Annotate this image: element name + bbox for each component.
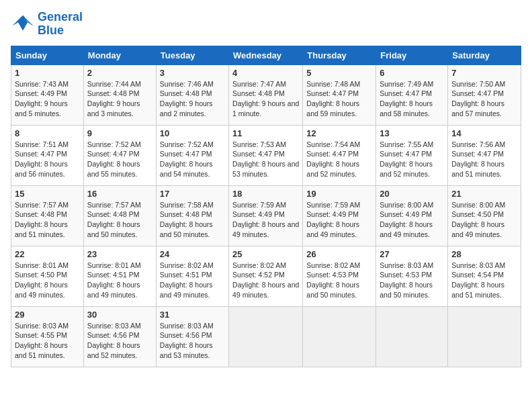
sunset-label: Sunset: 4:48 PM xyxy=(160,89,212,97)
day-number: 28 xyxy=(451,249,517,259)
day-number: 20 xyxy=(380,189,444,199)
column-header-friday: Friday xyxy=(376,46,448,64)
day-cell-22: 22 Sunrise: 8:01 AM Sunset: 4:50 PM Dayl… xyxy=(11,246,84,306)
day-info: Sunrise: 8:02 AM Sunset: 4:52 PM Dayligh… xyxy=(232,261,299,300)
daylight-label: Daylight: 8 hours and 54 minutes. xyxy=(160,160,213,178)
sunrise-label: Sunrise: 8:03 AM xyxy=(451,261,505,269)
sunset-label: Sunset: 4:50 PM xyxy=(451,210,504,218)
sunrise-label: Sunrise: 8:01 AM xyxy=(87,261,141,269)
sunrise-label: Sunrise: 7:46 AM xyxy=(160,80,214,88)
sunrise-label: Sunrise: 7:47 AM xyxy=(232,80,286,88)
day-cell-26: 26 Sunrise: 8:02 AM Sunset: 4:53 PM Dayl… xyxy=(303,246,376,306)
sunset-label: Sunset: 4:50 PM xyxy=(15,271,67,279)
sunrise-label: Sunrise: 8:00 AM xyxy=(380,201,433,209)
empty-cell xyxy=(229,306,303,367)
day-cell-16: 16 Sunrise: 7:57 AM Sunset: 4:48 PM Dayl… xyxy=(83,185,156,246)
sunrise-label: Sunrise: 7:55 AM xyxy=(380,140,433,148)
sunrise-label: Sunrise: 8:03 AM xyxy=(15,322,69,330)
daylight-label: Daylight: 8 hours and 51 minutes. xyxy=(15,220,68,238)
sunset-label: Sunset: 4:49 PM xyxy=(306,210,359,218)
sunrise-label: Sunrise: 8:02 AM xyxy=(160,261,214,269)
day-number: 4 xyxy=(232,68,299,78)
day-cell-21: 21 Sunrise: 8:00 AM Sunset: 4:50 PM Dayl… xyxy=(448,185,521,246)
column-header-thursday: Thursday xyxy=(303,46,376,64)
sunrise-label: Sunrise: 7:51 AM xyxy=(15,140,69,148)
sunrise-label: Sunrise: 7:49 AM xyxy=(380,80,433,88)
daylight-label: Daylight: 8 hours and 49 minutes. xyxy=(451,220,504,238)
sunrise-label: Sunrise: 8:00 AM xyxy=(451,201,505,209)
day-info: Sunrise: 7:58 AM Sunset: 4:48 PM Dayligh… xyxy=(160,200,225,240)
day-cell-10: 10 Sunrise: 7:52 AM Sunset: 4:47 PM Dayl… xyxy=(156,125,228,185)
sunset-label: Sunset: 4:54 PM xyxy=(451,271,504,279)
day-info: Sunrise: 7:54 AM Sunset: 4:47 PM Dayligh… xyxy=(306,140,372,179)
logo-text: General Blue xyxy=(38,11,83,38)
sunrise-label: Sunrise: 8:01 AM xyxy=(15,261,69,269)
column-header-wednesday: Wednesday xyxy=(229,46,303,64)
day-info: Sunrise: 7:57 AM Sunset: 4:48 PM Dayligh… xyxy=(15,200,80,240)
daylight-label: Daylight: 8 hours and 49 minutes. xyxy=(87,281,140,299)
day-cell-29: 29 Sunrise: 8:03 AM Sunset: 4:55 PM Dayl… xyxy=(11,306,84,367)
day-cell-1: 1 Sunrise: 7:43 AM Sunset: 4:49 PM Dayli… xyxy=(11,64,84,125)
day-info: Sunrise: 7:46 AM Sunset: 4:48 PM Dayligh… xyxy=(160,79,225,119)
daylight-label: Daylight: 8 hours and 55 minutes. xyxy=(87,160,140,178)
day-number: 29 xyxy=(15,310,80,320)
sunset-label: Sunset: 4:47 PM xyxy=(15,150,67,158)
daylight-label: Daylight: 8 hours and 51 minutes. xyxy=(15,341,68,359)
empty-cell xyxy=(376,306,448,367)
day-cell-15: 15 Sunrise: 7:57 AM Sunset: 4:48 PM Dayl… xyxy=(11,185,84,246)
day-info: Sunrise: 8:01 AM Sunset: 4:50 PM Dayligh… xyxy=(15,261,80,300)
week-row-1: 1 Sunrise: 7:43 AM Sunset: 4:49 PM Dayli… xyxy=(11,64,521,125)
day-cell-28: 28 Sunrise: 8:03 AM Sunset: 4:54 PM Dayl… xyxy=(448,246,521,306)
sunrise-label: Sunrise: 7:50 AM xyxy=(451,80,505,88)
daylight-label: Daylight: 8 hours and 57 minutes. xyxy=(451,99,504,118)
day-number: 8 xyxy=(15,128,80,138)
sunset-label: Sunset: 4:47 PM xyxy=(380,89,432,97)
sunset-label: Sunset: 4:47 PM xyxy=(306,150,359,158)
day-cell-13: 13 Sunrise: 7:55 AM Sunset: 4:47 PM Dayl… xyxy=(376,125,448,185)
logo-icon xyxy=(11,14,35,34)
day-number: 22 xyxy=(15,249,80,259)
day-number: 23 xyxy=(87,249,152,259)
daylight-label: Daylight: 8 hours and 49 minutes. xyxy=(232,220,299,238)
day-cell-24: 24 Sunrise: 8:02 AM Sunset: 4:51 PM Dayl… xyxy=(156,246,228,306)
sunset-label: Sunset: 4:48 PM xyxy=(232,89,285,97)
day-info: Sunrise: 7:44 AM Sunset: 4:48 PM Dayligh… xyxy=(87,79,152,119)
daylight-label: Daylight: 8 hours and 50 minutes. xyxy=(87,220,140,238)
daylight-label: Daylight: 8 hours and 49 minutes. xyxy=(232,281,299,299)
sunset-label: Sunset: 4:51 PM xyxy=(160,271,212,279)
sunrise-label: Sunrise: 8:03 AM xyxy=(380,261,433,269)
day-number: 7 xyxy=(451,68,517,78)
day-number: 5 xyxy=(306,68,372,78)
day-number: 31 xyxy=(160,310,225,320)
sunset-label: Sunset: 4:49 PM xyxy=(232,210,285,218)
sunset-label: Sunset: 4:53 PM xyxy=(380,271,432,279)
sunset-label: Sunset: 4:48 PM xyxy=(160,210,212,218)
day-number: 14 xyxy=(451,128,517,138)
day-number: 25 xyxy=(232,249,299,259)
calendar-table: SundayMondayTuesdayWednesdayThursdayFrid… xyxy=(11,46,521,367)
daylight-label: Daylight: 9 hours and 1 minute. xyxy=(232,99,299,118)
sunrise-label: Sunrise: 8:02 AM xyxy=(306,261,360,269)
day-info: Sunrise: 8:03 AM Sunset: 4:56 PM Dayligh… xyxy=(87,321,152,361)
sunrise-label: Sunrise: 8:02 AM xyxy=(232,261,286,269)
sunset-label: Sunset: 4:48 PM xyxy=(87,210,140,218)
day-number: 30 xyxy=(87,310,152,320)
daylight-label: Daylight: 8 hours and 51 minutes. xyxy=(451,281,504,299)
daylight-label: Daylight: 9 hours and 2 minutes. xyxy=(160,99,213,118)
day-number: 1 xyxy=(15,68,80,78)
sunrise-label: Sunrise: 7:59 AM xyxy=(306,201,360,209)
sunrise-label: Sunrise: 7:57 AM xyxy=(87,201,141,209)
daylight-label: Daylight: 8 hours and 52 minutes. xyxy=(380,160,433,178)
daylight-label: Daylight: 8 hours and 52 minutes. xyxy=(306,160,359,178)
sunrise-label: Sunrise: 7:43 AM xyxy=(15,80,69,88)
daylight-label: Daylight: 8 hours and 51 minutes. xyxy=(451,160,504,178)
day-info: Sunrise: 7:51 AM Sunset: 4:47 PM Dayligh… xyxy=(15,140,80,179)
day-cell-7: 7 Sunrise: 7:50 AM Sunset: 4:47 PM Dayli… xyxy=(448,64,521,125)
day-cell-2: 2 Sunrise: 7:44 AM Sunset: 4:48 PM Dayli… xyxy=(83,64,156,125)
day-cell-27: 27 Sunrise: 8:03 AM Sunset: 4:53 PM Dayl… xyxy=(376,246,448,306)
day-info: Sunrise: 7:49 AM Sunset: 4:47 PM Dayligh… xyxy=(380,79,444,119)
day-number: 10 xyxy=(160,128,225,138)
sunset-label: Sunset: 4:47 PM xyxy=(380,150,432,158)
sunset-label: Sunset: 4:48 PM xyxy=(15,210,67,218)
day-number: 17 xyxy=(160,189,225,199)
